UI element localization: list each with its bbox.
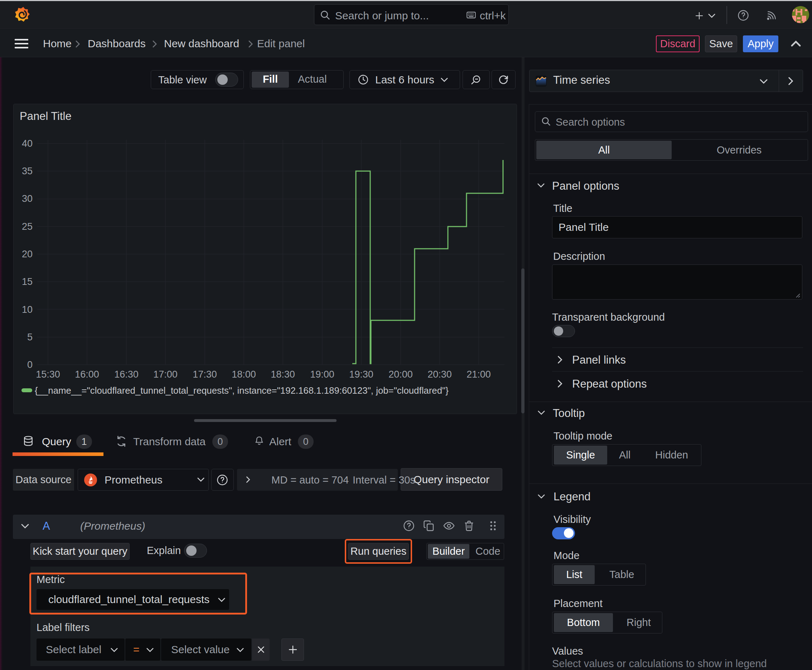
svg-text:20:30: 20:30 <box>427 369 452 380</box>
svg-text:15:30: 15:30 <box>36 369 60 380</box>
svg-text:30: 30 <box>22 193 32 204</box>
svg-text:17:30: 17:30 <box>193 369 217 380</box>
svg-text:18:00: 18:00 <box>232 369 256 380</box>
svg-text:25: 25 <box>22 221 32 232</box>
svg-text:20: 20 <box>22 249 32 259</box>
svg-text:20:00: 20:00 <box>388 369 413 380</box>
svg-text:16:30: 16:30 <box>114 369 139 380</box>
svg-text:5: 5 <box>27 332 32 342</box>
svg-text:21:00: 21:00 <box>466 369 491 380</box>
svg-text:{__name__="cloudflared_tunnel_: {__name__="cloudflared_tunnel_total_requ… <box>35 386 449 396</box>
svg-text:19:00: 19:00 <box>310 369 334 380</box>
svg-text:17:00: 17:00 <box>153 369 178 380</box>
svg-text:10: 10 <box>22 304 32 315</box>
svg-text:15: 15 <box>22 276 32 287</box>
svg-text:18:30: 18:30 <box>271 369 295 380</box>
svg-text:0: 0 <box>27 359 32 370</box>
svg-text:16:00: 16:00 <box>75 369 99 380</box>
svg-text:35: 35 <box>22 166 32 176</box>
svg-text:19:30: 19:30 <box>349 369 373 380</box>
svg-text:40: 40 <box>22 138 32 149</box>
